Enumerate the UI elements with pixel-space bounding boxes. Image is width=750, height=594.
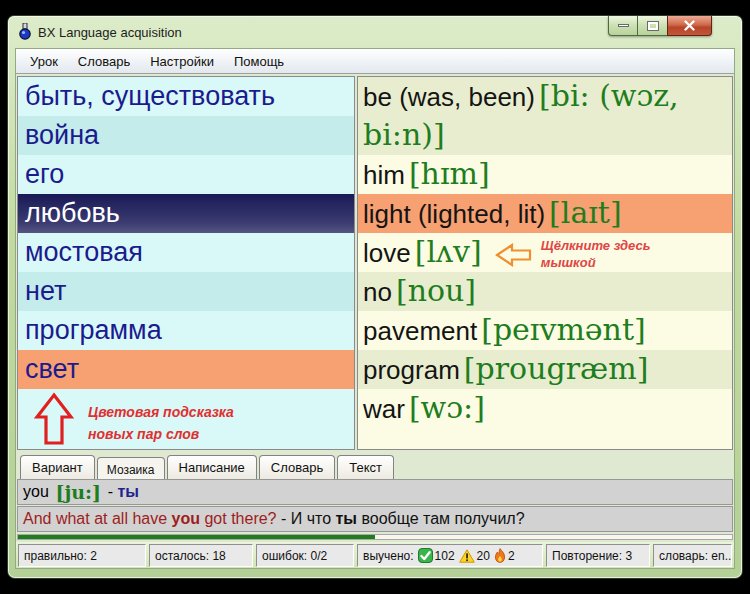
check-icon (418, 548, 433, 563)
tab-variant[interactable]: Вариант (20, 455, 95, 479)
word-row[interactable]: его (18, 155, 354, 194)
sentence-russian: - И что (281, 510, 336, 528)
tab-dictionary[interactable]: Словарь (259, 455, 335, 479)
close-icon (683, 20, 696, 31)
tab-writing[interactable]: Написание (167, 455, 257, 479)
tab-bar: Вариант Мозаика Написание Словарь Текст (16, 452, 734, 479)
tab-mosaic[interactable]: Мозаика (97, 457, 165, 479)
progress-fill (18, 535, 375, 539)
left-arrow-icon (495, 242, 533, 268)
word-row[interactable]: нет (18, 272, 354, 311)
current-word-bar: you [ju:] - ты (17, 479, 733, 505)
up-arrow-icon (34, 392, 74, 446)
current-word-transcription: [ju:] (49, 481, 108, 503)
status-errors: ошибок: 0/2 (256, 544, 354, 567)
maximize-icon (648, 22, 658, 30)
word-pair-row[interactable]: pavement[peɪvmənt] (358, 311, 732, 350)
sentence-english: And what at all have (23, 510, 172, 528)
status-correct: правильно: 2 (18, 544, 146, 567)
click-hint-text: Щёлкните здесь мышкой (541, 238, 651, 272)
app-window: BX Language acquisition Урок Словарь Нас… (8, 16, 742, 578)
word-pair-row[interactable]: no[nou] (358, 272, 732, 311)
sentence-english-keyword: you (172, 510, 200, 528)
current-word: you (23, 483, 49, 501)
word-pair-row[interactable]: love[lʌv] Щёлкните здесь мышкой (358, 233, 732, 272)
russian-word-list: быть, существовать война его любовь мост… (17, 76, 355, 450)
word-pair-row[interactable]: war[wɔ:] (358, 389, 732, 428)
status-repetition: Повторение: 3 (546, 544, 650, 567)
status-bar: правильно: 2 осталось: 18 ошибок: 0/2 вы… (16, 542, 734, 569)
click-here-annotation: Щёлкните здесь мышкой (495, 238, 651, 272)
word-row-selected[interactable]: любовь (18, 194, 354, 233)
word-row[interactable]: быть, существовать (18, 77, 354, 116)
menu-item-settings[interactable]: Настройки (140, 54, 224, 69)
app-flask-icon (17, 23, 33, 44)
menu-item-dictionary[interactable]: Словарь (68, 54, 140, 69)
warning-icon (459, 549, 475, 563)
maximize-button[interactable] (638, 16, 667, 36)
new-pair-hint-text: Цветовая подсказка новых пар слов (88, 402, 234, 446)
word-pair-row[interactable]: program[prougræm] (358, 350, 732, 389)
word-pair-row[interactable]: him[hɪm] (358, 155, 732, 194)
word-row[interactable]: мостовая (18, 233, 354, 272)
close-button[interactable] (667, 16, 712, 36)
menu-bar: Урок Словарь Настройки Помощь (16, 49, 734, 74)
minimize-icon (618, 24, 629, 27)
current-word-translation: ты (118, 483, 140, 501)
word-pair-row-new[interactable]: light (lighted, lit)[laɪt] (358, 194, 732, 233)
tab-text[interactable]: Текст (337, 455, 394, 479)
status-dictionary: словарь: en... (653, 544, 732, 567)
flame-icon (494, 548, 506, 563)
english-word-list: be (was, been)[bi: (wɔz, bi:n)] him[hɪm]… (357, 76, 733, 450)
sentence-bar: And what at all have you got there? - И … (17, 506, 733, 532)
client-area: Урок Словарь Настройки Помощь быть, суще… (15, 48, 735, 569)
menu-item-lesson[interactable]: Урок (20, 54, 68, 69)
separator: - (108, 483, 118, 501)
progress-bar (17, 534, 733, 540)
sentence-russian-keyword: ты (336, 510, 358, 528)
window-title: BX Language acquisition (38, 25, 182, 40)
word-row[interactable]: программа (18, 311, 354, 350)
word-pair-row[interactable]: be (was, been)[bi: (wɔz, bi:n)] (358, 77, 732, 155)
word-row-new-pair[interactable]: свет (18, 350, 354, 389)
minimize-button[interactable] (608, 16, 638, 36)
menu-item-help[interactable]: Помощь (224, 54, 294, 69)
title-bar[interactable]: BX Language acquisition (8, 16, 742, 48)
word-row[interactable]: война (18, 116, 354, 155)
status-remaining: осталось: 18 (149, 544, 253, 567)
status-learned: выучено: 102 20 (357, 544, 543, 567)
